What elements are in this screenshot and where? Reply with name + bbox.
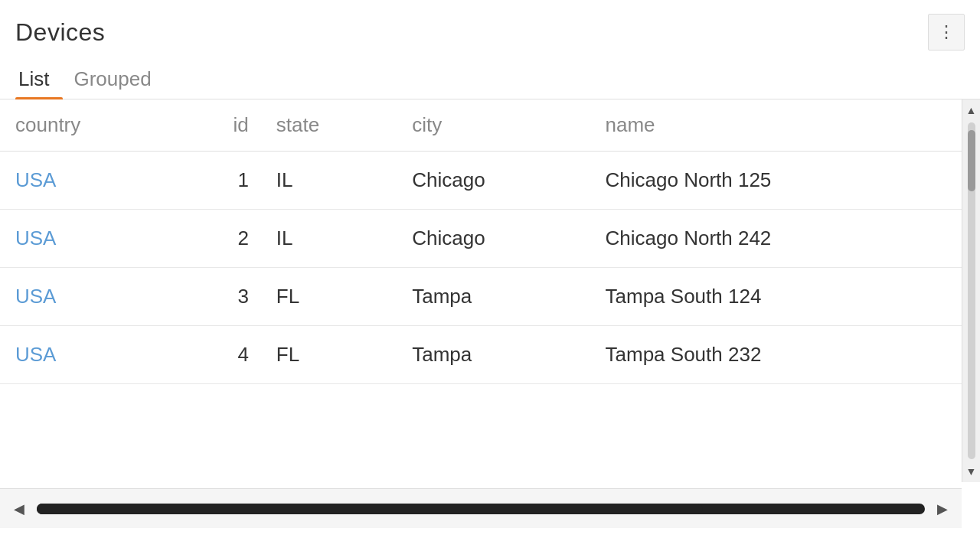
cell-country: USA [0,326,178,384]
cell-id: 2 [178,210,261,268]
cell-id: 3 [178,268,261,326]
col-header-country[interactable]: country [0,99,178,152]
widget-header: Devices ⋮ [0,14,980,60]
scroll-down-button[interactable]: ▼ [962,462,981,481]
menu-button[interactable]: ⋮ [928,14,965,51]
col-header-id[interactable]: id [178,99,261,152]
table-header-row: country id state city name [0,99,962,152]
devices-table: country id state city name USA1ILChicago… [0,99,962,384]
cell-state: IL [261,210,397,268]
cell-country: USA [0,268,178,326]
table-row[interactable]: USA4FLTampaTampa South 232 [0,326,962,384]
cell-state: FL [261,326,397,384]
cell-city: Chicago [397,210,590,268]
scroll-left-button[interactable]: ◀ [8,497,31,520]
cell-id: 4 [178,326,261,384]
table-row[interactable]: USA2ILChicagoChicago North 242 [0,210,962,268]
scroll-right-button[interactable]: ▶ [931,497,954,520]
vertical-scrollbar[interactable]: ▲ ▼ [962,99,980,482]
h-scroll-thumb[interactable] [37,504,703,514]
cell-city: Chicago [397,152,590,210]
tab-grouped[interactable]: Grouped [70,60,165,99]
cell-city: Tampa [397,326,590,384]
cell-name: Chicago North 125 [590,152,962,210]
cell-country: USA [0,152,178,210]
cell-city: Tampa [397,268,590,326]
menu-icon: ⋮ [938,24,956,41]
cell-state: IL [261,152,397,210]
h-scroll-track [37,504,925,514]
col-header-name[interactable]: name [590,99,962,152]
table-row[interactable]: USA3FLTampaTampa South 124 [0,268,962,326]
widget-title: Devices [15,18,105,47]
cell-name: Tampa South 232 [590,326,962,384]
devices-widget: Devices ⋮ List Grouped country id state … [0,0,980,551]
tabs-row: List Grouped [0,60,980,99]
table-row[interactable]: USA1ILChicagoChicago North 125 [0,152,962,210]
col-header-state[interactable]: state [261,99,397,152]
tab-list[interactable]: List [15,60,63,99]
table-wrapper: country id state city name USA1ILChicago… [0,99,980,528]
cell-name: Chicago North 242 [590,210,962,268]
cell-id: 1 [178,152,261,210]
cell-state: FL [261,268,397,326]
cell-country: USA [0,210,178,268]
cell-name: Tampa South 124 [590,268,962,326]
scroll-thumb[interactable] [968,130,975,191]
col-header-city[interactable]: city [397,99,590,152]
scroll-track [968,122,975,459]
scroll-up-button[interactable]: ▲ [962,101,981,119]
horizontal-scrollbar[interactable]: ◀ ▶ [0,488,962,528]
